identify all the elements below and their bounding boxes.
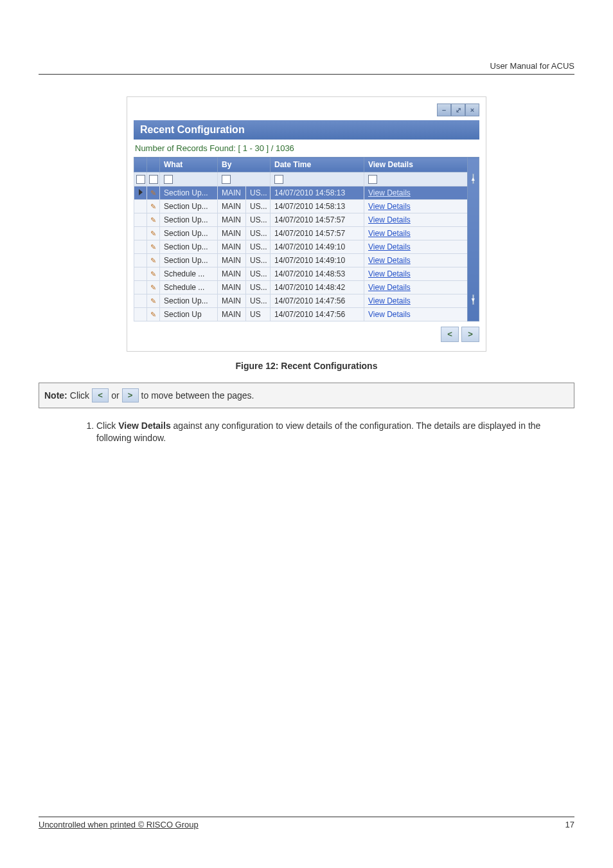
table-row[interactable]: ✎ Section Up... MAIN US... 14/07/2010 14… [134, 213, 479, 226]
next-icon: > [122, 388, 139, 402]
view-details-link[interactable]: View Details [368, 296, 411, 305]
wrench-icon: ✎ [147, 307, 160, 321]
table-row[interactable]: ✎ Section Up MAIN US 14/07/2010 14:47:56… [134, 307, 479, 321]
row-indicator-icon [134, 186, 147, 199]
cell-date: 14/07/2010 14:49:10 [271, 240, 364, 253]
cell-by2: US... [246, 213, 271, 226]
cell-date: 14/07/2010 14:57:57 [271, 213, 364, 226]
cell-what: Section Up... [160, 294, 218, 307]
prev-icon: < [92, 388, 109, 402]
filter-view[interactable] [364, 172, 468, 186]
cell-date: 14/07/2010 14:58:13 [271, 186, 364, 199]
cell-by1: MAIN [218, 253, 246, 267]
cell-by1: MAIN [218, 280, 246, 294]
view-details-link[interactable]: View Details [368, 256, 411, 265]
wrench-icon: ✎ [147, 199, 160, 213]
note-text-2: or [111, 390, 119, 401]
table-row[interactable]: ✎ Section Up... MAIN US... 14/07/2010 14… [134, 186, 479, 199]
footer-left: Uncontrolled when printed © RISCO Group [39, 820, 199, 829]
filter-icon-2[interactable] [147, 172, 160, 186]
next-page-button[interactable]: > [461, 327, 479, 342]
wrench-icon: ✎ [147, 226, 160, 240]
step-item: Click View Details against any configura… [96, 420, 574, 445]
table-row[interactable]: ✎ Section Up... MAIN US... 14/07/2010 14… [134, 253, 479, 267]
view-details-link[interactable]: View Details [368, 188, 411, 197]
cell-what: Section Up... [160, 226, 218, 240]
cell-date: 14/07/2010 14:47:56 [271, 307, 364, 321]
cell-by2: US... [246, 186, 271, 199]
page-footer: Uncontrolled when printed © RISCO Group … [39, 817, 574, 829]
cell-what: Section Up... [160, 213, 218, 226]
note-text-3: to move between the pages. [141, 390, 254, 401]
cell-date: 14/07/2010 14:58:13 [271, 199, 364, 213]
pager: < > [134, 321, 479, 342]
col-header-view[interactable]: View Details [364, 158, 468, 172]
filter-what[interactable] [160, 172, 218, 186]
table-row[interactable]: ✎ Schedule ... MAIN US... 14/07/2010 14:… [134, 267, 479, 280]
filter-icon-1[interactable] [134, 172, 147, 186]
col-header-date[interactable]: Date Time [271, 158, 364, 172]
wrench-icon: ✎ [147, 280, 160, 294]
cell-by2: US... [246, 240, 271, 253]
records-found: Number of Records Found: [ 1 - 30 ] / 10… [134, 140, 479, 157]
cell-by2: US... [246, 253, 271, 267]
cell-what: Schedule ... [160, 280, 218, 294]
table-row[interactable]: ✎ Section Up... MAIN US... 14/07/2010 14… [134, 240, 479, 253]
table-row[interactable]: ✎ Section Up... MAIN US... 14/07/2010 14… [134, 294, 479, 307]
view-details-link[interactable]: View Details [368, 229, 411, 238]
note-text-1: Click [70, 390, 89, 401]
header-text: User Manual for ACUS [490, 61, 575, 71]
cell-by2: US... [246, 280, 271, 294]
wrench-icon: ✎ [147, 240, 160, 253]
filter-row [134, 172, 479, 186]
table-row[interactable]: ✎ Section Up... MAIN US... 14/07/2010 14… [134, 199, 479, 213]
wrench-icon: ✎ [147, 267, 160, 280]
cell-by1: MAIN [218, 186, 246, 199]
cell-by1: MAIN [218, 199, 246, 213]
cell-date: 14/07/2010 14:48:53 [271, 267, 364, 280]
window-controls: – ⤢ × [134, 104, 479, 120]
cell-what: Section Up... [160, 199, 218, 213]
cell-by1: MAIN [218, 307, 246, 321]
col-header-what[interactable]: What [160, 158, 218, 172]
prev-page-button[interactable]: < [441, 327, 459, 342]
table-row[interactable]: ✎ Section Up... MAIN US... 14/07/2010 14… [134, 226, 479, 240]
close-icon[interactable]: × [465, 104, 479, 116]
view-details-link[interactable]: View Details [368, 202, 411, 211]
cell-by2: US... [246, 267, 271, 280]
view-details-link[interactable]: View Details [368, 242, 411, 251]
step-prefix: Click [96, 420, 118, 431]
cell-by1: MAIN [218, 267, 246, 280]
wrench-icon: ✎ [147, 186, 160, 199]
cell-view-partial: View Details [364, 307, 468, 321]
note-box: Note: Click < or > to move between the p… [39, 383, 574, 408]
cell-by2: US... [246, 199, 271, 213]
filter-date[interactable] [271, 172, 364, 186]
cell-view: View Details [364, 186, 468, 199]
figure-caption: Figure 12: Recent Configurations [39, 361, 574, 371]
minimize-icon[interactable]: – [437, 104, 451, 116]
wrench-icon: ✎ [147, 213, 160, 226]
view-details-link[interactable]: View Details [368, 269, 411, 278]
cell-what: Section Up... [160, 186, 218, 199]
config-table: What By Date Time View Details ▴ ▾ [134, 157, 479, 321]
cell-date: 14/07/2010 14:48:42 [271, 280, 364, 294]
view-details-link[interactable]: View Details [368, 215, 411, 224]
col-header-by[interactable]: By [218, 158, 271, 172]
cell-by1: MAIN [218, 294, 246, 307]
footer-page-number: 17 [565, 820, 574, 829]
filter-by[interactable] [218, 172, 271, 186]
cell-what: Schedule ... [160, 267, 218, 280]
col-header-blank1 [134, 158, 147, 172]
scrollbar[interactable]: ▴ ▾ [468, 158, 479, 321]
wrench-icon: ✎ [147, 294, 160, 307]
view-details-link[interactable]: View Details [368, 283, 411, 292]
cell-by2: US... [246, 294, 271, 307]
step-list: Click View Details against any configura… [96, 420, 574, 445]
step-bold: View Details [118, 420, 170, 431]
cell-date: 14/07/2010 14:49:10 [271, 253, 364, 267]
maximize-icon[interactable]: ⤢ [451, 104, 465, 116]
table-row[interactable]: ✎ Schedule ... MAIN US... 14/07/2010 14:… [134, 280, 479, 294]
cell-date: 14/07/2010 14:57:57 [271, 226, 364, 240]
wrench-icon: ✎ [147, 253, 160, 267]
